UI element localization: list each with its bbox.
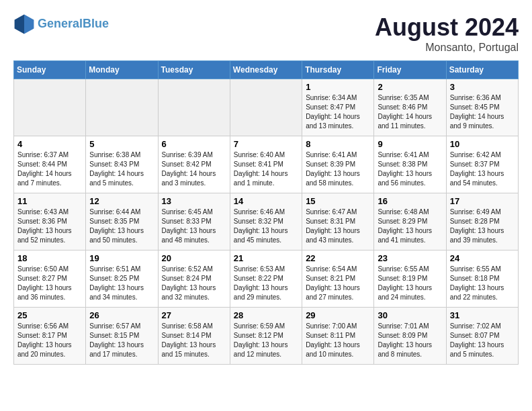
day-number: 4 [17, 139, 82, 149]
day-number: 1 [306, 82, 370, 92]
calendar-cell [230, 79, 302, 136]
calendar-cell: 11Sunrise: 6:43 AM Sunset: 8:36 PM Dayli… [14, 193, 86, 250]
day-number: 6 [162, 139, 226, 149]
logo-icon [13, 13, 35, 35]
day-number: 13 [162, 196, 226, 206]
day-number: 25 [17, 310, 82, 320]
calendar-cell [14, 79, 86, 136]
calendar-cell: 1Sunrise: 6:34 AM Sunset: 8:47 PM Daylig… [302, 79, 374, 136]
calendar-cell: 24Sunrise: 6:55 AM Sunset: 8:18 PM Dayli… [446, 250, 518, 308]
main-title: August 2024 [375, 13, 519, 42]
day-info: Sunrise: 6:42 AM Sunset: 8:37 PM Dayligh… [450, 150, 515, 188]
day-of-week-header: Thursday [302, 61, 374, 79]
calendar-cell [158, 79, 230, 136]
day-number: 22 [306, 253, 370, 263]
day-number: 7 [234, 139, 298, 149]
day-number: 17 [450, 196, 515, 206]
calendar-cell: 3Sunrise: 6:36 AM Sunset: 8:45 PM Daylig… [446, 79, 518, 136]
calendar-cell: 6Sunrise: 6:39 AM Sunset: 8:42 PM Daylig… [158, 136, 230, 193]
calendar-cell: 4Sunrise: 6:37 AM Sunset: 8:44 PM Daylig… [14, 136, 86, 193]
day-info: Sunrise: 6:39 AM Sunset: 8:42 PM Dayligh… [162, 150, 226, 188]
day-info: Sunrise: 6:35 AM Sunset: 8:46 PM Dayligh… [378, 93, 442, 131]
calendar-table: SundayMondayTuesdayWednesdayThursdayFrid… [13, 60, 519, 365]
day-of-week-header: Monday [86, 61, 158, 79]
calendar-week-row: 11Sunrise: 6:43 AM Sunset: 8:36 PM Dayli… [14, 193, 519, 250]
day-info: Sunrise: 6:55 AM Sunset: 8:18 PM Dayligh… [450, 265, 515, 302]
calendar-cell: 21Sunrise: 6:53 AM Sunset: 8:22 PM Dayli… [230, 250, 302, 308]
day-info: Sunrise: 7:01 AM Sunset: 8:09 PM Dayligh… [378, 322, 442, 359]
calendar-cell: 10Sunrise: 6:42 AM Sunset: 8:37 PM Dayli… [446, 136, 518, 193]
calendar-cell: 20Sunrise: 6:52 AM Sunset: 8:24 PM Dayli… [158, 250, 230, 308]
day-of-week-header: Wednesday [230, 61, 302, 79]
calendar-cell: 5Sunrise: 6:38 AM Sunset: 8:43 PM Daylig… [86, 136, 158, 193]
day-number: 23 [378, 253, 442, 263]
day-of-week-header: Sunday [14, 61, 86, 79]
day-number: 11 [17, 196, 82, 206]
calendar-week-row: 25Sunrise: 6:56 AM Sunset: 8:17 PM Dayli… [14, 308, 519, 365]
day-of-week-header: Friday [374, 61, 446, 79]
calendar-cell: 31Sunrise: 7:02 AM Sunset: 8:07 PM Dayli… [446, 308, 518, 365]
calendar-week-row: 1Sunrise: 6:34 AM Sunset: 8:47 PM Daylig… [14, 79, 519, 136]
day-info: Sunrise: 6:59 AM Sunset: 8:12 PM Dayligh… [234, 322, 298, 359]
day-number: 24 [450, 253, 515, 263]
day-number: 8 [306, 139, 370, 149]
day-info: Sunrise: 6:57 AM Sunset: 8:15 PM Dayligh… [89, 322, 154, 359]
calendar-week-row: 4Sunrise: 6:37 AM Sunset: 8:44 PM Daylig… [14, 136, 519, 193]
day-info: Sunrise: 6:43 AM Sunset: 8:36 PM Dayligh… [17, 208, 82, 245]
calendar-cell: 14Sunrise: 6:46 AM Sunset: 8:32 PM Dayli… [230, 193, 302, 250]
calendar-cell: 23Sunrise: 6:55 AM Sunset: 8:19 PM Dayli… [374, 250, 446, 308]
calendar-cell: 16Sunrise: 6:48 AM Sunset: 8:29 PM Dayli… [374, 193, 446, 250]
subtitle: Monsanto, Portugal [375, 42, 519, 54]
calendar-cell: 17Sunrise: 6:49 AM Sunset: 8:28 PM Dayli… [446, 193, 518, 250]
calendar-cell: 18Sunrise: 6:50 AM Sunset: 8:27 PM Dayli… [14, 250, 86, 308]
calendar-cell: 25Sunrise: 6:56 AM Sunset: 8:17 PM Dayli… [14, 308, 86, 365]
day-info: Sunrise: 6:48 AM Sunset: 8:29 PM Dayligh… [378, 208, 442, 245]
calendar-cell: 26Sunrise: 6:57 AM Sunset: 8:15 PM Dayli… [86, 308, 158, 365]
day-info: Sunrise: 6:52 AM Sunset: 8:24 PM Dayligh… [162, 265, 226, 302]
svg-marker-2 [15, 15, 24, 34]
day-info: Sunrise: 6:54 AM Sunset: 8:21 PM Dayligh… [306, 265, 370, 302]
day-info: Sunrise: 6:38 AM Sunset: 8:43 PM Dayligh… [89, 150, 154, 188]
calendar-cell: 15Sunrise: 6:47 AM Sunset: 8:31 PM Dayli… [302, 193, 374, 250]
calendar-cell: 12Sunrise: 6:44 AM Sunset: 8:35 PM Dayli… [86, 193, 158, 250]
day-info: Sunrise: 6:46 AM Sunset: 8:32 PM Dayligh… [234, 208, 298, 245]
day-info: Sunrise: 7:00 AM Sunset: 8:11 PM Dayligh… [306, 322, 370, 359]
day-number: 21 [234, 253, 298, 263]
day-info: Sunrise: 6:50 AM Sunset: 8:27 PM Dayligh… [17, 265, 82, 302]
day-number: 12 [89, 196, 154, 206]
logo: GeneralBlue [13, 13, 109, 35]
calendar-cell: 29Sunrise: 7:00 AM Sunset: 8:11 PM Dayli… [302, 308, 374, 365]
day-info: Sunrise: 6:34 AM Sunset: 8:47 PM Dayligh… [306, 93, 370, 131]
calendar-cell: 13Sunrise: 6:45 AM Sunset: 8:33 PM Dayli… [158, 193, 230, 250]
calendar-cell: 19Sunrise: 6:51 AM Sunset: 8:25 PM Dayli… [86, 250, 158, 308]
day-number: 26 [89, 310, 154, 320]
day-info: Sunrise: 6:41 AM Sunset: 8:39 PM Dayligh… [306, 150, 370, 188]
day-of-week-header: Saturday [446, 61, 518, 79]
calendar-week-row: 18Sunrise: 6:50 AM Sunset: 8:27 PM Dayli… [14, 250, 519, 308]
day-info: Sunrise: 6:36 AM Sunset: 8:45 PM Dayligh… [450, 93, 515, 131]
day-number: 3 [450, 82, 515, 92]
day-info: Sunrise: 6:55 AM Sunset: 8:19 PM Dayligh… [378, 265, 442, 302]
day-number: 16 [378, 196, 442, 206]
day-info: Sunrise: 6:37 AM Sunset: 8:44 PM Dayligh… [17, 150, 82, 188]
day-info: Sunrise: 6:53 AM Sunset: 8:22 PM Dayligh… [234, 265, 298, 302]
day-number: 14 [234, 196, 298, 206]
calendar-cell [86, 79, 158, 136]
day-number: 31 [450, 310, 515, 320]
page-header: GeneralBlue August 2024 Monsanto, Portug… [13, 13, 519, 54]
day-number: 5 [89, 139, 154, 149]
day-number: 27 [162, 310, 226, 320]
calendar-cell: 22Sunrise: 6:54 AM Sunset: 8:21 PM Dayli… [302, 250, 374, 308]
day-of-week-header: Tuesday [158, 61, 230, 79]
day-info: Sunrise: 6:58 AM Sunset: 8:14 PM Dayligh… [162, 322, 226, 359]
calendar-cell: 2Sunrise: 6:35 AM Sunset: 8:46 PM Daylig… [374, 79, 446, 136]
calendar-cell: 28Sunrise: 6:59 AM Sunset: 8:12 PM Dayli… [230, 308, 302, 365]
day-info: Sunrise: 6:49 AM Sunset: 8:28 PM Dayligh… [450, 208, 515, 245]
calendar-header-row: SundayMondayTuesdayWednesdayThursdayFrid… [14, 61, 519, 79]
svg-marker-1 [24, 15, 34, 34]
day-number: 30 [378, 310, 442, 320]
calendar-cell: 9Sunrise: 6:41 AM Sunset: 8:38 PM Daylig… [374, 136, 446, 193]
day-number: 29 [306, 310, 370, 320]
day-info: Sunrise: 6:44 AM Sunset: 8:35 PM Dayligh… [89, 208, 154, 245]
day-number: 9 [378, 139, 442, 149]
